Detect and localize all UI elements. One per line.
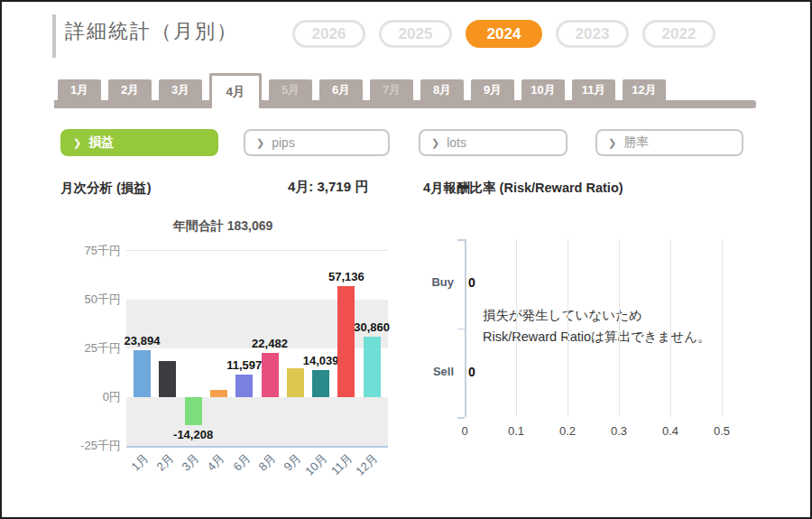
year-button-2025[interactable]: 2025 [379, 20, 452, 48]
rr-x-tick-label: 0.5 [704, 424, 740, 438]
grid-line [516, 239, 517, 417]
filter-button-pips[interactable]: ❯pips [244, 129, 390, 156]
month-tab-5月[interactable]: 5月 [269, 79, 312, 101]
rr-category-label-buy: Buy [412, 275, 454, 289]
grid-line [619, 239, 620, 417]
month-tab-8月[interactable]: 8月 [420, 79, 464, 101]
detailed-stats-page: 詳細統計（月別） 20262025202420232022 1月2月3月4月5月… [0, 0, 812, 519]
pl-bar-11月 [337, 286, 355, 397]
filter-button-label: 損益 [88, 134, 114, 151]
grid-line [567, 239, 568, 417]
rr-y-axis-line [465, 239, 466, 417]
month-tab-9月[interactable]: 9月 [471, 79, 514, 101]
month-tab-4月[interactable]: 4月 [209, 73, 262, 108]
chevron-right-icon: ❯ [256, 137, 264, 149]
rr-x-tick-label: 0 [447, 424, 483, 438]
filter-button-label: lots [447, 135, 466, 150]
rr-y-axis-tick [457, 329, 465, 330]
left-chart-heading: 月次分析 (損益) [60, 180, 152, 197]
pl-bar-1月 [134, 350, 151, 397]
year-button-2026[interactable]: 2026 [292, 20, 365, 48]
year-button-2022[interactable]: 2022 [642, 20, 715, 48]
monthly-pl-chart: 年間合計 183,069 23,894-14,20811,59722,48214… [56, 208, 403, 510]
pl-bar-10月 [312, 370, 329, 397]
y-axis-tick-label: -25千円 [56, 438, 121, 454]
month-tab-1月[interactable]: 1月 [58, 79, 101, 101]
y-axis-tick-label: 50千円 [56, 292, 121, 308]
pl-value-label-12月: 30,860 [334, 320, 410, 334]
rr-x-tick-label: 0.4 [652, 424, 688, 438]
pl-bar-8月 [262, 353, 279, 397]
year-selector: 20262025202420232022 [292, 20, 715, 48]
filter-button-label: pips [272, 135, 295, 150]
month-tab-12月[interactable]: 12月 [623, 79, 666, 101]
pl-value-label-11月: 57,136 [309, 270, 384, 283]
rr-x-tick-label: 0.3 [601, 424, 637, 438]
rr-category-label-sell: Sell [412, 365, 454, 378]
month-tab-2月[interactable]: 2月 [108, 79, 152, 101]
pl-plot-area: 23,894-14,20811,59722,48214,03957,13630,… [126, 250, 388, 448]
pl-value-label-3月: -14,208 [155, 428, 231, 441]
rr-value-buy: 0 [468, 275, 475, 290]
right-chart-heading: 4月報酬比率 (Risk/Reward Ratio) [423, 180, 623, 197]
month-tab-6月[interactable]: 6月 [319, 79, 363, 101]
chevron-right-icon: ❯ [73, 137, 81, 149]
y-axis-tick-label: 0円 [56, 389, 121, 405]
pl-bar-9月 [287, 368, 304, 397]
pl-bar-2月 [159, 361, 176, 397]
rr-value-sell: 0 [468, 365, 475, 379]
rr-y-axis-tick [457, 417, 465, 419]
rr-x-tick-label: 0.1 [498, 424, 534, 438]
year-button-2024[interactable]: 2024 [466, 20, 542, 48]
pl-bar-12月 [364, 337, 381, 397]
pl-bar-4月 [210, 390, 227, 397]
page-title: 詳細統計（月別） [65, 18, 238, 45]
rr-y-axis-tick [457, 239, 465, 241]
chevron-right-icon: ❯ [608, 137, 616, 149]
month-tab-3月[interactable]: 3月 [159, 79, 202, 101]
grid-line [670, 239, 671, 417]
risk-reward-chart: 損失が発生していないため Risk/Reward Ratioは算出できません。 … [412, 208, 812, 510]
month-tab-11月[interactable]: 11月 [572, 79, 615, 101]
selected-month-value: 4月: 3,719 円 [288, 179, 368, 196]
y-axis-tick-label: 25千円 [56, 340, 121, 357]
month-tabs: 1月2月3月4月5月6月7月8月9月10月11月12月 [58, 73, 666, 108]
chevron-right-icon: ❯ [431, 137, 439, 149]
pl-value-label-8月: 22,482 [232, 337, 308, 350]
filter-button-lots[interactable]: ❯lots [419, 129, 567, 156]
pl-bar-3月 [185, 397, 202, 425]
month-tab-10月[interactable]: 10月 [521, 79, 565, 101]
year-button-2023[interactable]: 2023 [556, 20, 629, 48]
month-tab-7月[interactable]: 7月 [370, 79, 413, 101]
filter-button-勝率[interactable]: ❯勝率 [595, 129, 743, 156]
y-axis-tick-label: 75千円 [56, 243, 121, 259]
filter-button-label: 勝率 [623, 134, 649, 151]
pl-bar-6月 [235, 375, 253, 397]
rr-x-tick-label: 0.2 [549, 424, 586, 438]
annual-total-label: 年間合計 183,069 [115, 218, 331, 235]
filter-button-損益[interactable]: ❯損益 [60, 129, 218, 156]
title-accent-bar [52, 14, 56, 58]
grid-line [722, 239, 723, 417]
